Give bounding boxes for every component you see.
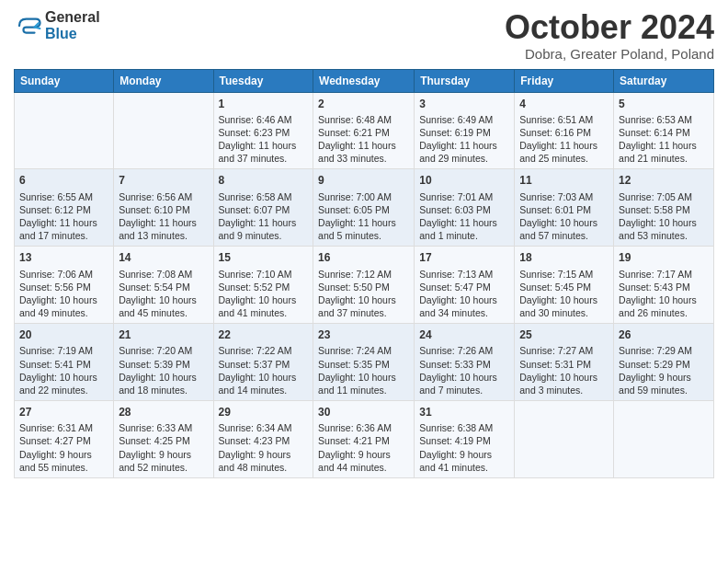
day-number: 15 [219,250,309,265]
week-row-1: 1Sunrise: 6:46 AMSunset: 6:23 PMDaylight… [15,92,714,169]
day-info: Sunrise: 7:29 AM [619,344,709,357]
day-number: 18 [519,250,609,265]
day-info: Sunset: 6:10 PM [119,203,208,216]
logo-icon [14,12,41,40]
calendar-cell: 23Sunrise: 7:24 AMSunset: 5:35 PMDayligh… [313,324,415,401]
calendar-cell: 19Sunrise: 7:17 AMSunset: 5:43 PMDayligh… [614,247,714,324]
day-info: Sunset: 5:29 PM [619,358,709,371]
day-info: Daylight: 9 hours and 48 minutes. [219,448,309,474]
day-info: Sunrise: 6:38 AM [419,421,509,434]
day-info: Sunset: 6:19 PM [419,126,509,139]
header-tuesday: Tuesday [213,69,313,92]
calendar-cell [515,401,614,478]
header-row: SundayMondayTuesdayWednesdayThursdayFrid… [15,69,714,92]
day-number: 1 [219,97,309,111]
calendar-cell: 16Sunrise: 7:12 AMSunset: 5:50 PMDayligh… [313,247,415,324]
day-info: Sunset: 5:33 PM [419,358,509,371]
day-number: 17 [419,250,509,265]
day-info: Sunset: 5:35 PM [318,358,409,371]
day-info: Sunrise: 7:10 AM [219,268,309,281]
day-number: 9 [318,173,409,188]
day-info: Daylight: 11 hours and 33 minutes. [318,139,409,165]
day-info: Daylight: 10 hours and 7 minutes. [419,371,509,396]
day-info: Daylight: 10 hours and 30 minutes. [519,293,609,319]
day-number: 22 [219,327,309,342]
day-number: 3 [419,97,509,111]
header-saturday: Saturday [614,69,714,92]
calendar-cell [614,401,714,478]
day-info: Daylight: 11 hours and 29 minutes. [419,139,509,165]
day-number: 25 [519,327,609,342]
day-info: Sunrise: 7:24 AM [318,344,409,357]
day-info: Daylight: 9 hours and 44 minutes. [318,448,409,474]
day-info: Daylight: 11 hours and 21 minutes. [619,139,709,165]
day-info: Sunrise: 7:17 AM [619,268,709,281]
day-info: Sunset: 4:19 PM [419,434,509,447]
header-wednesday: Wednesday [313,69,415,92]
day-number: 13 [19,250,108,265]
day-info: Sunset: 6:07 PM [219,203,309,216]
calendar-cell: 8Sunrise: 6:58 AMSunset: 6:07 PMDaylight… [213,169,313,247]
day-info: Sunset: 6:05 PM [318,203,409,216]
day-info: Sunset: 5:58 PM [619,203,709,216]
day-info: Sunset: 6:12 PM [19,203,108,216]
day-info: Sunset: 6:23 PM [219,126,309,139]
day-info: Daylight: 10 hours and 14 minutes. [219,371,309,396]
day-number: 27 [19,405,108,419]
calendar-cell: 24Sunrise: 7:26 AMSunset: 5:33 PMDayligh… [415,324,515,401]
day-info: Daylight: 10 hours and 45 minutes. [119,293,208,319]
day-info: Sunset: 5:56 PM [19,281,108,293]
calendar-cell: 4Sunrise: 6:51 AMSunset: 6:16 PMDaylight… [515,92,614,169]
day-number: 2 [318,97,409,111]
day-info: Sunset: 4:21 PM [318,434,409,447]
title-block: October 2024 Dobra, Greater Poland, Pola… [505,9,714,62]
day-info: Sunset: 6:01 PM [519,203,609,216]
day-info: Sunrise: 7:08 AM [119,268,208,281]
day-info: Sunrise: 7:06 AM [19,268,108,281]
day-info: Sunrise: 7:15 AM [519,268,609,281]
day-info: Sunrise: 6:56 AM [119,190,208,203]
day-info: Sunset: 4:25 PM [119,434,208,447]
day-info: Daylight: 10 hours and 57 minutes. [519,216,609,242]
day-info: Sunset: 6:03 PM [419,203,509,216]
day-info: Daylight: 9 hours and 41 minutes. [419,448,509,474]
day-info: Sunset: 5:41 PM [19,358,108,371]
day-info: Daylight: 10 hours and 34 minutes. [419,293,509,319]
day-info: Sunset: 6:16 PM [519,126,609,139]
day-info: Sunrise: 6:49 AM [419,113,509,126]
day-info: Sunrise: 6:46 AM [219,113,309,126]
calendar-cell: 11Sunrise: 7:03 AMSunset: 6:01 PMDayligh… [515,169,614,247]
day-info: Daylight: 10 hours and 26 minutes. [619,293,709,319]
day-info: Sunrise: 7:05 AM [619,190,709,203]
day-info: Daylight: 10 hours and 22 minutes. [19,371,108,396]
day-info: Sunrise: 7:26 AM [419,344,509,357]
calendar-cell: 2Sunrise: 6:48 AMSunset: 6:21 PMDaylight… [313,92,415,169]
day-info: Sunrise: 7:22 AM [219,344,309,357]
day-info: Daylight: 10 hours and 11 minutes. [318,371,409,396]
day-info: Sunset: 5:45 PM [519,281,609,293]
calendar-cell: 9Sunrise: 7:00 AMSunset: 6:05 PMDaylight… [313,169,415,247]
day-info: Sunrise: 6:34 AM [219,421,309,434]
calendar-cell: 26Sunrise: 7:29 AMSunset: 5:29 PMDayligh… [614,324,714,401]
calendar-cell: 13Sunrise: 7:06 AMSunset: 5:56 PMDayligh… [15,247,114,324]
calendar-cell: 7Sunrise: 6:56 AMSunset: 6:10 PMDaylight… [114,169,213,247]
calendar-cell: 30Sunrise: 6:36 AMSunset: 4:21 PMDayligh… [313,401,415,478]
day-info: Daylight: 9 hours and 55 minutes. [19,448,108,474]
day-info: Sunset: 5:37 PM [219,358,309,371]
day-info: Daylight: 11 hours and 5 minutes. [318,216,409,242]
day-info: Daylight: 10 hours and 37 minutes. [318,293,409,319]
day-info: Sunrise: 6:48 AM [318,113,409,126]
calendar-cell: 31Sunrise: 6:38 AMSunset: 4:19 PMDayligh… [415,401,515,478]
calendar-cell: 15Sunrise: 7:10 AMSunset: 5:52 PMDayligh… [213,247,313,324]
day-number: 26 [619,327,709,342]
day-info: Sunrise: 7:12 AM [318,268,409,281]
day-info: Sunset: 5:47 PM [419,281,509,293]
day-info: Daylight: 11 hours and 13 minutes. [119,216,208,242]
day-info: Daylight: 11 hours and 9 minutes. [219,216,309,242]
day-info: Daylight: 10 hours and 18 minutes. [119,371,208,396]
title-month: October 2024 [505,9,714,46]
day-info: Daylight: 10 hours and 3 minutes. [519,371,609,396]
day-number: 21 [119,327,208,342]
header-monday: Monday [114,69,213,92]
page-header: General Blue October 2024 Dobra, Greater… [14,9,714,62]
